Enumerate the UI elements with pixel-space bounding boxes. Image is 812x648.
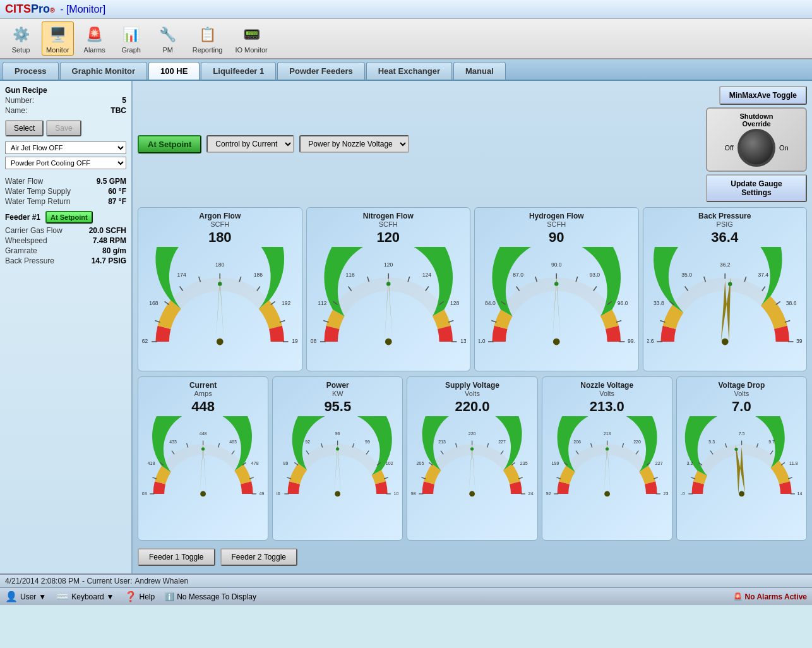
svg-point-19 — [217, 339, 224, 345]
svg-text:205: 205 — [417, 462, 424, 466]
toolbar-io-monitor[interactable]: 📟 IO Monitor — [231, 22, 271, 55]
gauge-current-title: Current — [189, 381, 217, 390]
gauge-argon_flow-value: 180 — [208, 229, 232, 246]
svg-text:105: 105 — [394, 491, 399, 496]
toolbar-setup[interactable]: ⚙️ Setup — [5, 22, 37, 55]
tab-manual[interactable]: Manual — [453, 62, 506, 80]
toolbar-reporting[interactable]: 📋 Reporting — [189, 22, 227, 55]
control-by-dropdown[interactable]: Control by Current — [208, 136, 293, 152]
svg-text:192: 192 — [546, 491, 551, 496]
name-label: Name: — [5, 106, 27, 115]
toolbar-monitor-label: Monitor — [46, 46, 69, 54]
svg-text:9.7: 9.7 — [768, 440, 775, 444]
keyboard-icon: ⌨️ — [56, 591, 69, 603]
tab-heat-exchanger[interactable]: Heat Exchanger — [366, 62, 452, 80]
water-section: Water Flow 9.5 GPM Water Temp Supply 60 … — [5, 177, 126, 206]
feeder1-toggle-button[interactable]: Feeder 1 Toggle — [138, 548, 215, 566]
shutdown-override-area: ShutdownOverride Off On — [706, 107, 807, 172]
select-button[interactable]: Select — [5, 120, 44, 136]
toggle-row: Feeder 1 Toggle Feeder 2 Toggle — [138, 546, 807, 568]
tab-liquifeeder1[interactable]: Liquifeeder 1 — [201, 62, 276, 80]
gauge-voltage_drop-title: Voltage Drop — [719, 381, 765, 390]
svg-text:96.0: 96.0 — [618, 300, 628, 306]
status-bar: 4/21/2014 2:08:08 PM - Current User: And… — [0, 573, 812, 587]
svg-text:116: 116 — [345, 272, 355, 279]
powder-port-cooling-dropdown[interactable]: Powder Port Cooling OFF — [5, 157, 126, 169]
svg-text:14.0: 14.0 — [797, 491, 803, 496]
water-flow-row: Water Flow 9.5 GPM — [5, 177, 126, 186]
tab-100he[interactable]: 100 HE — [148, 62, 200, 80]
status-datetime: 4/21/2014 2:08:08 PM — [5, 577, 80, 585]
svg-text:92: 92 — [305, 440, 310, 444]
toolbar-pm-label: PM — [162, 46, 173, 54]
footer-keyboard-label: Keyboard — [71, 592, 104, 601]
recipe-name-row: Name: TBC — [5, 106, 126, 115]
gauge-power-title: Power — [326, 381, 349, 390]
gauge-power: Power KW 95.5 8689929699102105 — [272, 376, 403, 541]
gauge-hydrogen_flow-title: Hydrogen Flow — [529, 212, 584, 220]
status-user: Andrew Whalen — [134, 577, 188, 585]
gramrate-value: 80 g/m — [102, 246, 126, 255]
gauge-power-unit: KW — [332, 390, 343, 397]
toolbar-pm[interactable]: 🔧 PM — [152, 22, 184, 55]
feeder2-toggle-button[interactable]: Feeder 2 Toggle — [220, 548, 298, 566]
shutdown-label: ShutdownOverride — [739, 112, 773, 128]
power-by-dropdown[interactable]: Power by Nozzle Voltage — [301, 136, 408, 152]
svg-text:242: 242 — [528, 491, 534, 496]
svg-point-62 — [554, 282, 558, 286]
water-temp-supply-label: Water Temp Supply — [5, 187, 71, 196]
wheelspeed-row: Wheelspeed 7.48 RPM — [5, 236, 126, 245]
minmaxave-button[interactable]: MinMaxAve Toggle — [719, 86, 807, 105]
setup-icon: ⚙️ — [9, 23, 32, 46]
svg-line-107 — [295, 463, 299, 465]
toolbar-graph[interactable]: 📊 Graph — [116, 22, 147, 55]
gauge-voltage_drop-value: 7.0 — [732, 399, 751, 415]
toolbar-alarms[interactable]: 🚨 Alarms — [79, 22, 110, 55]
gauge-supply_voltage-unit: Volts — [465, 390, 480, 397]
keyboard-chevron-icon: ▼ — [107, 592, 114, 601]
gauge-back_pressure-title: Back Pressure — [698, 212, 751, 220]
toolbar: ⚙️ Setup 🖥️ Monitor 🚨 Alarms 📊 Graph 🔧 P… — [0, 19, 812, 59]
svg-line-108 — [306, 451, 309, 455]
gauge-nozzle_voltage: Nozzle Voltage Volts 213.0 1921992062132… — [542, 376, 672, 541]
svg-text:11.8: 11.8 — [789, 462, 798, 466]
feeder1-status-badge: At Setpoint — [45, 211, 93, 224]
gauge-argon_flow-arc: 162168174180186192198 — [142, 247, 298, 357]
wheelspeed-label: Wheelspeed — [5, 236, 47, 245]
svg-text:7.5: 7.5 — [739, 431, 745, 436]
shutdown-knob[interactable] — [737, 129, 775, 167]
toolbar-setup-label: Setup — [12, 46, 30, 54]
toolbar-graph-label: Graph — [121, 46, 141, 54]
air-jet-flow-dropdown[interactable]: Air Jet Flow OFF — [5, 141, 126, 154]
svg-text:186: 186 — [254, 272, 263, 279]
no-message-text: No Message To Display — [177, 592, 256, 601]
svg-text:112: 112 — [318, 300, 327, 306]
svg-text:493: 493 — [260, 491, 265, 496]
svg-text:87.0: 87.0 — [513, 272, 523, 279]
svg-line-70 — [761, 287, 765, 291]
water-temp-return-label: Water Temp Return — [5, 197, 70, 206]
svg-text:99.0: 99.0 — [628, 339, 634, 345]
user-chevron-icon: ▼ — [39, 592, 46, 601]
svg-line-129 — [441, 451, 443, 455]
tab-process[interactable]: Process — [3, 62, 59, 80]
svg-line-112 — [366, 451, 369, 455]
toolbar-monitor[interactable]: 🖥️ Monitor — [42, 21, 74, 56]
footer-user[interactable]: 👤 User ▼ — [5, 591, 46, 603]
svg-text:463: 463 — [229, 440, 237, 444]
svg-line-8 — [271, 302, 275, 305]
gauge-voltage_drop: Voltage Drop Volts 7.0 1.03.25.37.59.711… — [676, 376, 807, 541]
recipe-number-row: Number: 5 — [5, 96, 126, 105]
carrier-gas-label: Carrier Gas Flow — [5, 226, 63, 235]
tab-graphic-monitor[interactable]: Graphic Monitor — [60, 62, 147, 80]
footer-keyboard[interactable]: ⌨️ Keyboard ▼ — [56, 591, 114, 603]
svg-text:213: 213 — [603, 431, 611, 436]
tab-powder-feeders[interactable]: Powder Feeders — [277, 62, 364, 80]
footer-help[interactable]: ❓ Help — [124, 591, 155, 603]
svg-text:227: 227 — [499, 440, 506, 444]
save-button[interactable]: Save — [46, 120, 81, 136]
update-gauge-button[interactable]: Update GaugeSettings — [706, 174, 807, 202]
svg-text:32.6: 32.6 — [647, 339, 654, 345]
left-panel: Gun Recipe Number: 5 Name: TBC Select Sa… — [0, 81, 133, 573]
setpoint-button[interactable]: At Setpoint — [138, 135, 201, 153]
